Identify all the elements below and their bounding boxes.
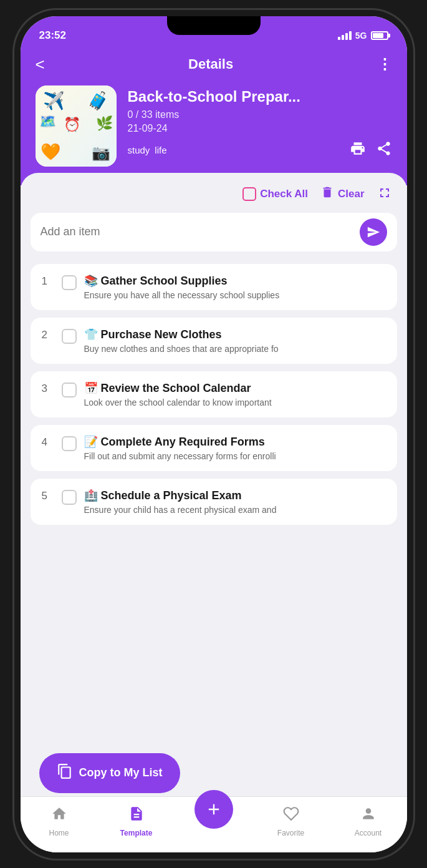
- item-checkbox-4[interactable]: [62, 436, 77, 451]
- signal-bars: [338, 31, 352, 40]
- toolbar: Check All Clear: [31, 185, 397, 203]
- copy-to-my-list-button[interactable]: Copy to My List: [39, 753, 180, 793]
- item-checkbox-1[interactable]: [62, 275, 77, 290]
- nav-template[interactable]: Template: [98, 806, 175, 837]
- home-icon: [51, 806, 67, 826]
- check-all-button[interactable]: Check All: [242, 187, 308, 201]
- list-date: 21-09-24: [128, 123, 392, 134]
- print-button[interactable]: [350, 140, 366, 160]
- list-item: 3 📅 Review the School Calendar Look over…: [31, 371, 397, 417]
- item-title: 🏥 Schedule a Physical Exam: [84, 489, 386, 502]
- nav-account[interactable]: Account: [330, 806, 407, 837]
- bottom-nav: Home Template Favorite: [21, 796, 407, 852]
- item-content: 📝 Complete Any Required Forms Fill out a…: [84, 435, 386, 461]
- item-description: Ensure your child has a recent physical …: [84, 505, 386, 515]
- clear-button[interactable]: Clear: [320, 185, 365, 202]
- item-checkbox-5[interactable]: [62, 490, 77, 505]
- list-item: 1 📚 Gather School Supplies Ensure you ha…: [31, 264, 397, 310]
- check-all-label: Check All: [260, 188, 308, 200]
- tag-life: life: [155, 145, 166, 155]
- add-item-input[interactable]: [41, 225, 360, 238]
- nav-favorite-label: Favorite: [277, 829, 304, 837]
- share-button[interactable]: [376, 140, 392, 160]
- tags: study life: [128, 145, 167, 155]
- add-button[interactable]: [194, 790, 233, 829]
- item-number: 2: [42, 328, 54, 341]
- expand-icon: [377, 185, 392, 203]
- list-items: 1 📚 Gather School Supplies Ensure you ha…: [31, 264, 397, 525]
- tag-study: study: [128, 145, 150, 155]
- copy-icon: [57, 763, 73, 783]
- item-number: 5: [42, 489, 54, 502]
- item-title: 📝 Complete Any Required Forms: [84, 435, 386, 449]
- item-title: 👕 Purchase New Clothes: [84, 328, 386, 341]
- check-all-icon: [242, 187, 256, 201]
- favorite-icon: [283, 806, 299, 826]
- list-item: 5 🏥 Schedule a Physical Exam Ensure your…: [31, 479, 397, 525]
- header-top: < Details ⋮: [36, 55, 392, 74]
- send-button[interactable]: [360, 218, 387, 246]
- nav-fab[interactable]: [175, 790, 252, 834]
- main-content: Check All Clear: [21, 173, 407, 799]
- item-content: 📅 Review the School Calendar Look over t…: [84, 381, 386, 407]
- header-content: ✈️ 🧳 🧡 📷 🗺️ 🌿 ⏰ Back-to-School Prepar...…: [36, 85, 392, 167]
- battery-fill: [373, 33, 384, 38]
- status-time: 23:52: [39, 29, 66, 42]
- list-count: 0 / 33 items: [128, 109, 392, 120]
- header-actions: [350, 140, 392, 160]
- account-icon: [360, 806, 377, 826]
- item-checkbox-2[interactable]: [62, 329, 77, 344]
- tags-row: study life: [128, 140, 392, 160]
- item-description: Fill out and submit any necessary forms …: [84, 451, 386, 461]
- item-content: 🏥 Schedule a Physical Exam Ensure your c…: [84, 489, 386, 515]
- expand-button[interactable]: [377, 185, 392, 203]
- item-content: 👕 Purchase New Clothes Buy new clothes a…: [84, 328, 386, 354]
- nav-favorite[interactable]: Favorite: [252, 806, 330, 837]
- battery-icon: [371, 31, 388, 40]
- item-content: 📚 Gather School Supplies Ensure you have…: [84, 274, 386, 300]
- more-button[interactable]: ⋮: [377, 56, 392, 73]
- nav-home[interactable]: Home: [21, 806, 98, 837]
- clear-label: Clear: [338, 188, 365, 200]
- header: < Details ⋮ ✈️ 🧳 🧡 📷 🗺️ 🌿 ⏰ Back-to-Scho…: [21, 49, 407, 185]
- back-button[interactable]: <: [36, 55, 45, 74]
- status-icons: 5G: [338, 31, 388, 41]
- nav-home-label: Home: [49, 829, 69, 837]
- copy-button-container: Copy to My List: [39, 753, 180, 793]
- item-number: 3: [42, 381, 54, 395]
- item-title: 📅 Review the School Calendar: [84, 381, 386, 395]
- list-item: 4 📝 Complete Any Required Forms Fill out…: [31, 425, 397, 471]
- add-item-container: [31, 213, 397, 251]
- item-number: 1: [42, 274, 54, 288]
- notch: [167, 16, 261, 35]
- trash-icon: [320, 185, 334, 202]
- item-title: 📚 Gather School Supplies: [84, 274, 386, 288]
- list-info: Back-to-School Prepar... 0 / 33 items 21…: [128, 85, 392, 160]
- nav-account-label: Account: [355, 829, 381, 837]
- network-type: 5G: [355, 31, 367, 41]
- item-description: Buy new clothes and shoes that are appro…: [84, 344, 386, 354]
- list-name: Back-to-School Prepar...: [128, 88, 392, 105]
- item-number: 4: [42, 435, 54, 449]
- page-title: Details: [188, 56, 233, 72]
- copy-button-label: Copy to My List: [79, 766, 163, 779]
- list-thumbnail: ✈️ 🧳 🧡 📷 🗺️ 🌿 ⏰: [36, 85, 117, 167]
- item-description: Ensure you have all the necessary school…: [84, 290, 386, 300]
- nav-template-label: Template: [120, 829, 153, 837]
- item-checkbox-3[interactable]: [62, 383, 77, 397]
- status-bar: 23:52 5G: [21, 16, 407, 49]
- template-icon: [128, 806, 145, 826]
- list-item: 2 👕 Purchase New Clothes Buy new clothes…: [31, 318, 397, 364]
- item-description: Look over the school calendar to know im…: [84, 397, 386, 407]
